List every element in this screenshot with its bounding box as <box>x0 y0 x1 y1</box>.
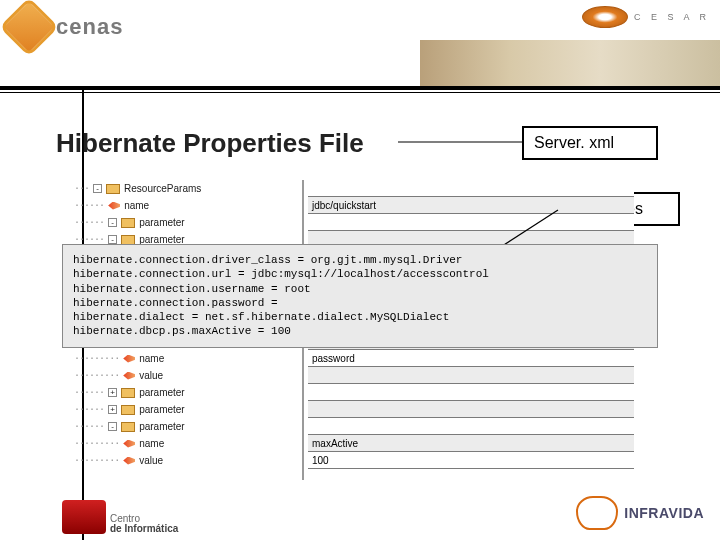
cenas-logo-text: cenas <box>56 14 123 40</box>
tree-node-label: value <box>139 455 163 466</box>
expand-icon[interactable]: + <box>108 388 117 397</box>
collapse-icon[interactable]: - <box>108 235 117 244</box>
cenas-mark-icon <box>0 0 59 57</box>
tree-row: ······-parameter <box>74 214 300 231</box>
callout-server-xml-label: Server. xml <box>534 134 614 151</box>
footer-right-brand: INFRAVIDA <box>624 505 704 521</box>
folder-icon <box>121 405 135 415</box>
value-cell: maxActive <box>308 435 634 452</box>
header-photo-strip <box>420 40 720 90</box>
value-cell <box>308 418 634 435</box>
code-text: hibernate.connection.driver_class = org.… <box>73 254 489 337</box>
slide-header: cenas C E S A R <box>0 0 720 78</box>
collapse-icon[interactable]: - <box>108 218 117 227</box>
tree-node-label: parameter <box>139 404 185 415</box>
footer-logo-cin: Centro de Informática <box>62 500 178 534</box>
value-cell <box>308 180 634 197</box>
tree-row: ·········value <box>74 367 300 384</box>
tree-row: ·········name <box>74 350 300 367</box>
collapse-icon[interactable]: - <box>108 422 117 431</box>
tree-row: ······+parameter <box>74 401 300 418</box>
value-cell: 100 <box>308 452 634 469</box>
cesar-logo-text: C E S A R <box>634 12 710 22</box>
value-cell <box>308 401 634 418</box>
tree-row: ·········name <box>74 435 300 452</box>
tree-row: ···-ResourceParams <box>74 180 300 197</box>
cesar-mark-icon <box>582 6 628 28</box>
tree-node-label: value <box>139 370 163 381</box>
logo-cenas: cenas <box>8 6 123 48</box>
tree-node-label: parameter <box>139 387 185 398</box>
tree-node-label: name <box>124 200 149 211</box>
footer-left-line2: de Informática <box>110 524 178 534</box>
expand-icon[interactable]: + <box>108 405 117 414</box>
infravida-heart-icon <box>576 496 618 530</box>
slide-footer: Centro de Informática INFRAVIDA <box>0 478 720 534</box>
value-cell: jdbc/quickstart <box>308 197 634 214</box>
tree-row: ······+parameter <box>74 384 300 401</box>
hibernate-properties-code: hibernate.connection.driver_class = org.… <box>62 244 658 348</box>
tree-node-label: parameter <box>139 421 185 432</box>
folder-icon <box>121 422 135 432</box>
value-cell <box>308 367 634 384</box>
cin-mark-icon <box>62 500 106 534</box>
value-cell <box>308 384 634 401</box>
logo-cesar: C E S A R <box>582 6 710 28</box>
folder-icon <box>121 235 135 245</box>
leaf-icon <box>123 457 135 465</box>
callout-server-xml: Server. xml <box>522 126 658 160</box>
collapse-icon[interactable]: - <box>93 184 102 193</box>
value-cell: password <box>308 350 634 367</box>
leaf-icon <box>123 355 135 363</box>
header-rule-thick <box>0 86 720 90</box>
folder-icon <box>106 184 120 194</box>
leaf-icon <box>123 372 135 380</box>
leaf-icon <box>123 440 135 448</box>
folder-icon <box>121 218 135 228</box>
tree-node-label: parameter <box>139 217 185 228</box>
tree-row: ······-parameter <box>74 418 300 435</box>
leaf-icon <box>108 202 120 210</box>
tree-row: ·········value <box>74 452 300 469</box>
tree-row: ······name <box>74 197 300 214</box>
tree-node-label: name <box>139 438 164 449</box>
footer-logo-infravida: INFRAVIDA <box>576 496 704 530</box>
tree-node-label: ResourceParams <box>124 183 201 194</box>
header-rule-thin <box>0 92 720 93</box>
tree-node-label: name <box>139 353 164 364</box>
value-cell <box>308 214 634 231</box>
folder-icon <box>121 388 135 398</box>
